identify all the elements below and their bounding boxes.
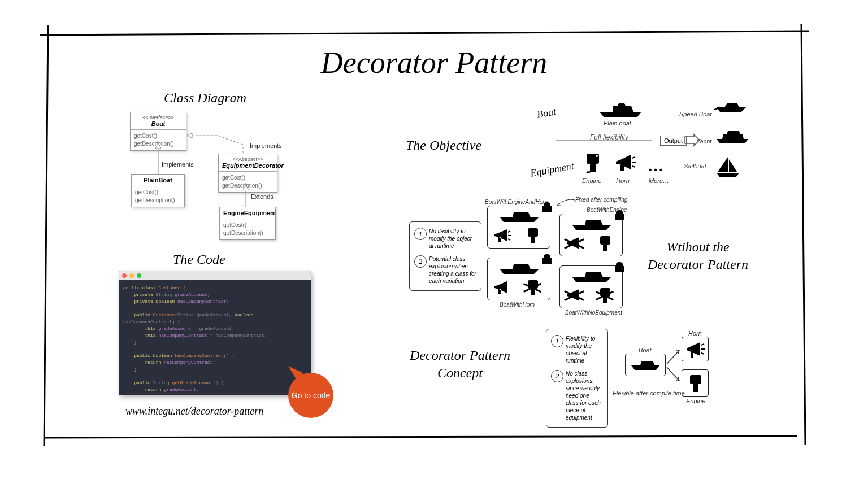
card3-label: BoatWithHorn [500,302,535,308]
svg-rect-13 [600,236,610,245]
concept-heading: Decorator Pattern Concept [392,347,528,382]
card1-label: BoatWithEngineAndHorn [485,199,548,205]
go-to-code-button[interactable]: Go to code [288,373,333,418]
svg-line-10 [714,108,718,110]
more-label: More… [649,177,669,184]
uml-decorator: <<Abstract>> EquipmentDecorator getCost(… [218,154,277,193]
speedboat-icon [714,99,748,113]
concept-horn-box [682,337,709,361]
svg-rect-11 [528,228,538,237]
sailboat-label: Sailboat [684,163,706,169]
plain-boat-label: Plain boat [604,120,631,127]
engine-icon [583,151,602,174]
engine-label: Engine [582,177,601,184]
uml-plainboat: PlainBoat getCost() getDescription() [131,174,185,207]
sailboat-icon [714,156,741,178]
lock-icon [541,201,553,212]
svg-rect-15 [528,280,538,289]
extends-label: Extends [251,193,274,200]
lock-icon [541,253,553,264]
svg-rect-16 [531,289,535,295]
objective-heading: The Objective [406,138,481,153]
svg-rect-18 [603,297,607,303]
concept-arrows [666,345,683,390]
code-window: public class Customer { private String g… [119,271,311,395]
speedboat-label: Speed Boat [679,111,712,117]
window-titlebar [119,271,311,280]
horn-icon [614,152,636,173]
uml-boat: <<Interface>> Boat getCost() getDescript… [130,112,186,151]
concept-horn-label: Horn [688,330,702,337]
uml-engine: EngineEquipment getCost() getDescription… [219,207,276,240]
flexible-label: Flexible after compile time [613,390,685,396]
fixed-label: Fixed after compiling [575,197,627,203]
concept-engine-box [682,369,709,396]
class-diagram-heading: Class Diagram [164,90,246,106]
arrow-curve [555,198,578,208]
concept-engine-label: Engine [686,398,705,404]
implements-label-1: Implements [162,161,194,168]
the-code-heading: The Code [173,252,225,267]
concept-boat-box [625,354,666,376]
svg-point-7 [596,155,598,157]
close-icon [122,273,127,278]
code-content: public class Customer { private String g… [119,280,311,395]
output-box: Output [660,136,687,146]
more-dots: … [648,157,667,175]
card4-label: BoatWithNoEquipment [565,310,622,316]
without-info-box: 1No flexibility to modify the object at … [409,221,481,291]
svg-rect-8 [620,165,624,171]
lock-icon [614,261,625,272]
boat-label: Boat [536,106,557,121]
page-title: Decorator Pattern [0,45,868,80]
svg-rect-6 [590,164,596,172]
flexibility-label: Full flexibility [590,133,628,141]
yacht-icon [714,130,750,146]
horn-label: Horn [616,177,630,184]
yacht-label: Yacht [696,138,711,145]
lock-icon [614,209,625,220]
svg-rect-17 [600,288,610,297]
concept-boat-label: Boat [639,347,652,354]
svg-rect-14 [603,245,607,251]
svg-rect-12 [531,237,535,243]
svg-line-3 [218,136,243,145]
svg-rect-21 [693,384,698,392]
maximize-icon [137,273,141,278]
implements-label-2: Implements [250,142,282,149]
plain-boat-icon [596,102,645,119]
concept-info-box: 1Flexibility to modify the object at run… [546,329,608,428]
minimize-icon [129,273,134,278]
without-heading: Wtihout the Decorator Pattern [644,238,752,273]
url-text: www.integu.net/decorator-pattern [125,406,263,417]
svg-rect-20 [690,375,701,384]
equipment-label: Equipment [530,160,575,179]
